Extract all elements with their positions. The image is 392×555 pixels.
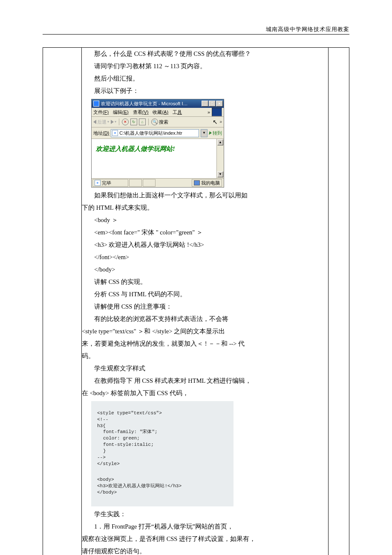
menu-tools[interactable]: 工具 xyxy=(173,107,182,117)
code-line: <style type="text/css"> xyxy=(97,410,162,416)
search-button[interactable]: 🔍 搜索 xyxy=(151,117,168,127)
paragraph: 请同学们学习教材第 112 ～113 页内容。 xyxy=(82,60,328,72)
address-dropdown[interactable]: ▼ xyxy=(201,129,208,137)
ie-content-area: 欢迎进入机器人做学玩网站! ▲ ▼ xyxy=(92,139,224,179)
code-line: <body> xyxy=(97,477,114,482)
ie-titlebar[interactable]: 欢迎访问机器人做学玩主页 - Microsoft I… _ □ × xyxy=(92,99,224,108)
css-code-block: <style type="text/css"> <!-- h3{ font-fa… xyxy=(91,401,233,506)
address-input[interactable]: e C:\机器人做学玩网站\index.htr xyxy=(111,129,199,137)
paragraph: 讲解 CSS 的实现。 xyxy=(82,276,328,288)
status-pane xyxy=(129,179,142,187)
paragraph: 然后小组汇报。 xyxy=(82,72,328,85)
menu-edit[interactable]: 编辑(E) xyxy=(113,107,129,117)
paragraph: 观察在这张网页上，是否利用 CSS 进行了样式设置，如果有， xyxy=(82,533,328,545)
menu-more[interactable]: » xyxy=(208,107,210,117)
paragraph: 在 <body> 标签前加入下面 CSS 代码， xyxy=(82,387,328,399)
code-line: <!-- xyxy=(97,417,108,422)
status-zone: 我的电脑 xyxy=(192,179,222,187)
minimize-button[interactable]: _ xyxy=(202,101,208,107)
ie-menubar: 文件(F) 编辑(E) 查看(V) 收藏(A) 工具 » xyxy=(92,108,224,117)
paragraph: <style type="text/css" ＞和 </style> 之间的文本… xyxy=(82,325,328,338)
ie-title: 欢迎访问机器人做学玩主页 - Microsoft I… xyxy=(101,99,202,108)
welcome-heading: 欢迎进入机器人做学玩网站! xyxy=(96,142,219,155)
page-header: 城南高级中学网络技术应用教案 xyxy=(43,26,349,35)
code-line: <body ＞ xyxy=(82,214,328,226)
go-button[interactable]: 转到 xyxy=(209,128,222,138)
search-icon: 🔍 xyxy=(151,119,158,125)
arrow-left-icon xyxy=(93,120,96,124)
separator xyxy=(119,119,119,125)
paragraph: 讲解使用 CSS 的注意事项： xyxy=(82,301,328,313)
stop-icon[interactable]: ✕ xyxy=(122,119,129,125)
col-right xyxy=(329,48,349,555)
code-line: </body> xyxy=(97,490,117,495)
paragraph: 学生实践： xyxy=(82,508,328,520)
col-content: 那么，什么是 CCS 样式表呢？使用 CSS 的优点有哪些？ 请同学们学习教材第… xyxy=(82,48,329,555)
paragraph: 码。 xyxy=(82,350,328,362)
code-line: </font></em> xyxy=(82,251,328,263)
lesson-table: 那么，什么是 CCS 样式表呢？使用 CSS 的优点有哪些？ 请同学们学习教材第… xyxy=(43,47,349,555)
scroll-down-icon[interactable]: ▼ xyxy=(217,171,223,177)
paragraph: 1．用 FrontPage 打开“机器人做学玩”网站的首页， xyxy=(82,520,328,533)
ie-window: 欢迎访问机器人做学玩主页 - Microsoft I… _ □ × 文件(F) … xyxy=(91,99,224,188)
col-left xyxy=(43,48,82,555)
maximize-button[interactable]: □ xyxy=(209,101,216,107)
ie-page-icon: e xyxy=(95,180,101,186)
forward-button[interactable]: ▾ xyxy=(111,119,116,125)
code-line: font-style:italic; xyxy=(97,442,154,448)
status-pane xyxy=(143,179,156,187)
ie-address-bar: 地址(D) e C:\机器人做学玩网站\index.htr ▼ 转到 xyxy=(92,127,224,139)
status-done: e 完毕 xyxy=(92,179,128,187)
separator xyxy=(148,119,149,125)
toolbar-more[interactable]: » xyxy=(219,118,222,126)
code-line: --> xyxy=(97,455,106,460)
paragraph: 在教师指导下 用 CSS 样式表来对 HTML 文档进行编辑， xyxy=(82,375,328,387)
ie-app-icon xyxy=(93,101,99,107)
refresh-icon[interactable]: ↻ xyxy=(130,119,137,125)
menu-favorites[interactable]: 收藏(A) xyxy=(153,107,168,117)
paragraph: 学生观察文字样式 xyxy=(82,362,328,375)
ie-status-bar: e 完毕 我的电脑 xyxy=(92,179,224,187)
header-text: 城南高级中学网络技术应用教案 xyxy=(266,26,349,32)
scrollbar[interactable]: ▲ ▼ xyxy=(216,139,224,178)
scroll-up-icon[interactable]: ▲ xyxy=(217,139,223,145)
code-line: } xyxy=(97,448,106,454)
code-line: </style> xyxy=(97,461,120,466)
menu-file[interactable]: 文件(F) xyxy=(93,107,109,117)
ie-throbber-icon xyxy=(212,108,222,116)
close-button[interactable]: × xyxy=(216,101,223,107)
paragraph: 有的比较老的浏览器不支持样式表语法，不会将 xyxy=(82,313,328,325)
address-label: 地址(D) xyxy=(93,128,109,138)
code-line: font-family: "宋体"; xyxy=(97,429,158,435)
ie-toolbar: 后退 ▾ ▾ ✕ ↻ ⌂ xyxy=(92,117,224,127)
code-line: h3{ xyxy=(97,423,106,428)
address-value: C:\机器人做学玩网站\index.htr xyxy=(119,129,182,137)
code-line: <em><font face=" 宋体 " color="green" ＞ xyxy=(82,226,328,239)
paragraph: 分析 CSS 与 HTML 代码的不同。 xyxy=(82,288,328,301)
code-line: <h3>欢迎进入机器人做学玩网站!</h3> xyxy=(97,483,182,489)
code-line: </body> xyxy=(82,263,328,276)
paragraph: 请仔细观察它的语句。 xyxy=(82,545,328,555)
code-line: color: green; xyxy=(97,435,140,442)
ie-page-icon: e xyxy=(112,130,118,136)
menu-view[interactable]: 查看(V) xyxy=(133,107,149,117)
go-arrow-icon xyxy=(209,131,212,135)
home-icon[interactable]: ⌂ xyxy=(139,119,146,125)
cursor-icon: ↖ xyxy=(213,119,218,125)
paragraph: 如果我们想做出上面这样一个文字样式，那么可以用如 xyxy=(82,189,328,202)
paragraph: 那么，什么是 CCS 样式表呢？使用 CSS 的优点有哪些？ xyxy=(82,48,328,60)
computer-icon xyxy=(194,180,200,185)
back-button[interactable]: 后退 ▾ xyxy=(93,117,109,127)
code-line: <h3> 欢迎进入机器人做学玩网站 !</h3> xyxy=(82,239,328,251)
paragraph: 来，若要避免这种情况的发生，就要加入＜ ! －－和 --> 代 xyxy=(82,338,328,350)
paragraph: 下的 HTML 样式来实现。 xyxy=(82,202,328,214)
paragraph: 展示以下例子： xyxy=(82,85,328,97)
arrow-right-icon xyxy=(111,120,114,124)
